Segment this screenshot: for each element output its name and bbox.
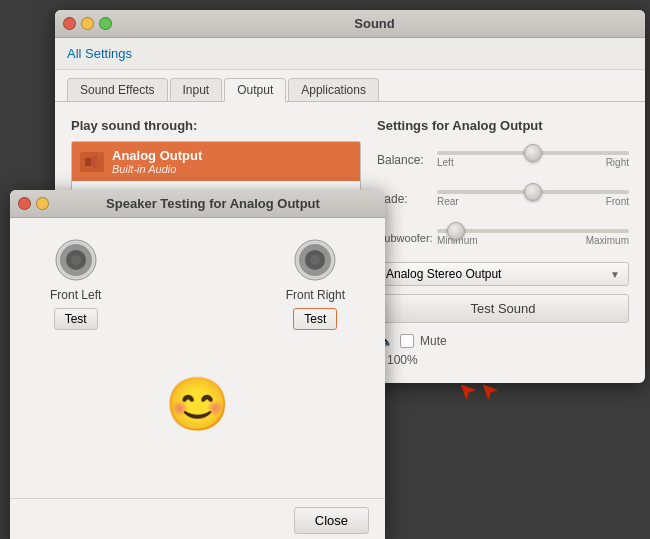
arrow-indicators: ➤ ➤: [458, 378, 498, 404]
output-sub: Built-in Audio: [112, 163, 202, 175]
tab-sound-effects[interactable]: Sound Effects: [67, 78, 168, 101]
close-button[interactable]: [63, 17, 76, 30]
balance-track: [437, 151, 629, 155]
fade-rear: Rear: [437, 196, 459, 207]
front-left-test-button[interactable]: Test: [54, 308, 98, 330]
subwoofer-row: Subwoofer: Minimum Maximum: [377, 221, 629, 254]
speaker-content: Front Left Test Front Right Test: [10, 218, 385, 498]
fade-thumb[interactable]: [524, 183, 542, 201]
fade-slider[interactable]: Rear Front: [437, 182, 629, 215]
tabs-bar: Sound Effects Input Output Applications: [55, 70, 645, 102]
subwoofer-track: [437, 229, 629, 233]
output-item-icon: [80, 152, 104, 172]
analog-output-item[interactable]: Analog Output Built-in Audio: [72, 142, 360, 181]
right-panel: Settings for Analog Output Balance: Left…: [377, 118, 629, 367]
dropdown-value: Analog Stereo Output: [386, 267, 501, 281]
front-right-icon: [291, 238, 339, 282]
subwoofer-label: Subwoofer:: [377, 232, 437, 244]
dropdown-arrow-icon: ▼: [610, 269, 620, 280]
mute-row: 🔈 Mute: [377, 333, 629, 349]
speaker-close-button[interactable]: [18, 197, 31, 210]
fade-front: Front: [606, 196, 629, 207]
speaker-minimize-button[interactable]: [36, 197, 49, 210]
balance-control: Left Right: [437, 143, 629, 176]
settings-title: Settings for Analog Output: [377, 118, 629, 133]
mute-checkbox[interactable]: [400, 334, 414, 348]
front-right-speaker: Front Right Test: [286, 238, 345, 330]
main-titlebar: Sound: [55, 10, 645, 38]
svg-rect-0: [85, 158, 91, 166]
dialog-close-button[interactable]: Close: [294, 507, 369, 534]
subwoofer-labels: Minimum Maximum: [437, 235, 629, 246]
maximize-button[interactable]: [99, 17, 112, 30]
play-sound-label: Play sound through:: [71, 118, 361, 133]
svg-point-10: [310, 255, 320, 265]
fade-control: Rear Front: [437, 182, 629, 215]
test-sound-button[interactable]: Test Sound: [377, 294, 629, 323]
balance-label: Balance:: [377, 153, 437, 167]
all-settings-bar: All Settings: [55, 38, 645, 70]
output-type-dropdown[interactable]: Analog Stereo Output ▼: [377, 262, 629, 286]
subwoofer-slider[interactable]: Minimum Maximum: [437, 221, 629, 254]
subwoofer-thumb[interactable]: [447, 222, 465, 240]
volume-percent: d 100%: [377, 353, 629, 367]
smiley-icon: 😊: [165, 374, 230, 435]
main-window-title: Sound: [112, 16, 637, 31]
fade-label: Fade:: [377, 192, 437, 206]
front-left-label: Front Left: [50, 288, 101, 302]
tab-input[interactable]: Input: [170, 78, 223, 101]
subwoofer-control: Minimum Maximum: [437, 221, 629, 254]
tab-applications[interactable]: Applications: [288, 78, 379, 101]
balance-thumb[interactable]: [524, 144, 542, 162]
speaker-dialog-titlebar: Speaker Testing for Analog Output: [10, 190, 385, 218]
mute-label: Mute: [420, 334, 447, 348]
minimize-button[interactable]: [81, 17, 94, 30]
front-right-test-button[interactable]: Test: [293, 308, 337, 330]
balance-left: Left: [437, 157, 454, 168]
speaker-dialog-title: Speaker Testing for Analog Output: [49, 196, 377, 211]
svg-point-5: [71, 255, 81, 265]
speaker-window-controls: [18, 197, 49, 210]
all-settings-link[interactable]: All Settings: [67, 46, 132, 61]
balance-slider[interactable]: Left Right: [437, 143, 629, 176]
output-item-text: Analog Output Built-in Audio: [112, 148, 202, 175]
emoji-area: 😊: [30, 330, 365, 478]
balance-row: Balance: Left Right: [377, 143, 629, 176]
balance-right: Right: [606, 157, 629, 168]
fade-track: [437, 190, 629, 194]
front-right-label: Front Right: [286, 288, 345, 302]
svg-marker-1: [91, 154, 97, 170]
output-name: Analog Output: [112, 148, 202, 163]
speaker-testing-dialog: Speaker Testing for Analog Output Front …: [10, 190, 385, 539]
dialog-footer: Close: [10, 498, 385, 539]
output-type-row: Analog Stereo Output ▼: [377, 262, 629, 286]
window-controls: [63, 17, 112, 30]
speakers-row: Front Left Test Front Right Test: [30, 238, 365, 330]
front-left-icon: [52, 238, 100, 282]
tab-output[interactable]: Output: [224, 78, 286, 102]
fade-row: Fade: Rear Front: [377, 182, 629, 215]
sub-max: Maximum: [586, 235, 629, 246]
front-left-speaker: Front Left Test: [50, 238, 101, 330]
